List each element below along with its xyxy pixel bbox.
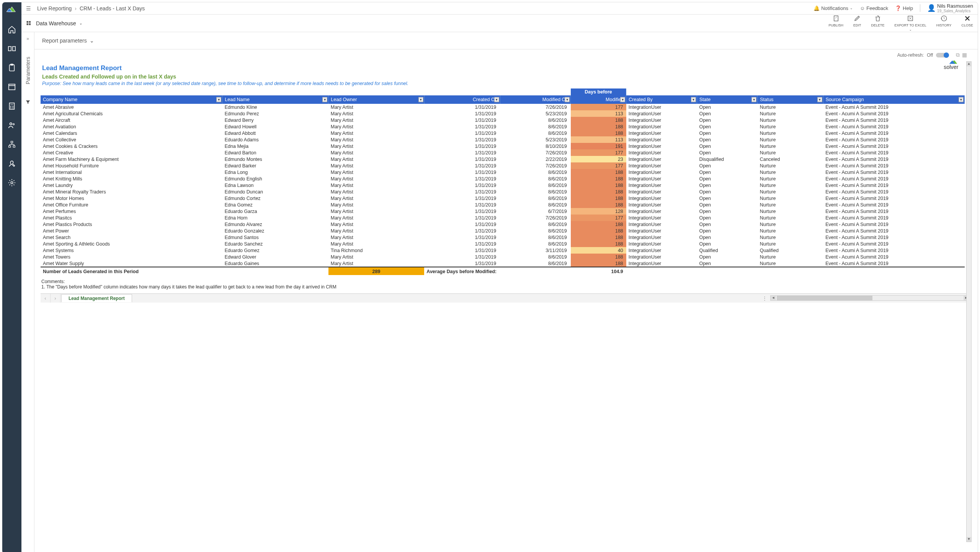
autorefresh-label: Auto-refresh: [897,52,924,58]
svg-rect-24 [834,16,838,21]
svg-rect-4 [10,65,15,71]
nav-home-icon[interactable] [6,24,18,35]
svg-point-12 [10,108,11,108]
tab-prev-icon[interactable]: ‹ [41,294,51,303]
table-row[interactable]: Amet Water SupplyEduardo GainesMary Arti… [41,260,965,267]
autorefresh-toggle[interactable] [936,53,949,57]
svg-rect-16 [11,141,13,143]
data-warehouse-selector[interactable]: Data Warehouse ⌄ [26,20,82,26]
svg-rect-3 [13,47,15,51]
svg-rect-21 [29,21,31,23]
table-row[interactable]: Amet AbrasiveEdmundo KlineMary Artist1/3… [41,104,965,110]
table-row[interactable]: Amet AircraftEdward BerryMary Artist1/31… [41,117,965,123]
summary-avg-value: 104.9 [571,267,626,275]
delete-button[interactable]: DELETE [871,15,884,31]
tab-next-icon[interactable]: › [51,294,60,303]
svg-point-13 [13,108,13,108]
table-row[interactable]: Amet Motor HomesEdmundo CortezMary Artis… [41,195,965,201]
nav-clipboard-icon[interactable] [6,62,18,74]
nav-tools-icon[interactable] [6,158,18,169]
svg-rect-22 [27,23,29,25]
publish-button[interactable]: PUBLISH [828,15,843,31]
svg-rect-17 [9,146,11,147]
history-button[interactable]: HISTORY [936,15,952,31]
table-row[interactable]: Amet CalendarsEdward AbbottMary Artist1/… [41,130,965,136]
toolbar: Data Warehouse ⌄ PUBLISH EDIT DELETE EXP… [21,15,978,32]
table-row[interactable]: Amet PerfumesEduardo GarzaMary Artist1/3… [41,208,965,215]
table-row[interactable]: Amet Sporting & Athletic GoodsEduardo Sa… [41,241,965,247]
breadcrumb-current[interactable]: CRM - Leads - Last X Days [80,5,145,11]
close-button[interactable]: CLOSE [961,15,973,31]
col-modified[interactable]: Modified On▼ [500,95,571,104]
grid-icon[interactable]: ▦ [962,52,967,58]
col-status[interactable]: Status▼ [758,95,823,104]
left-nav [2,2,21,552]
export-button[interactable]: EXPORT TO EXCEL⌄ [894,15,926,31]
svg-point-10 [10,106,11,107]
summary-avg-label: Average Days before Modified: [424,267,570,275]
svg-point-15 [13,123,15,125]
nav-tree-icon[interactable] [6,139,18,150]
expand-params-icon[interactable]: » [26,36,29,41]
table-row[interactable]: Amet LaundryEdna LawsonMary Artist1/31/2… [41,182,965,188]
params-label: Parameters [25,57,31,84]
sheet-tab[interactable]: Lead Management Report [61,294,132,302]
table-row[interactable]: Amet Household FurnitureEdward BarkerMar… [41,162,965,169]
solver-logo: solver [939,61,970,72]
report-subtitle: Leads Created and Followed up on in the … [42,74,970,80]
table-row[interactable]: Amet InternationalEdna LongMary Artist1/… [41,169,965,175]
comments-section: Comments: 1. The "Days before Modified" … [41,275,972,290]
table-row[interactable]: Amet TowersEdward GloverMary Artist1/31/… [41,254,965,260]
table-row[interactable]: Amet Plastics ProductsEdmundo AlvarezMar… [41,221,965,228]
col-lead[interactable]: Lead Name▼ [222,95,328,104]
table-row[interactable]: Amet SearchEdmund SantosMary Artist1/31/… [41,234,965,241]
popout-icon[interactable]: ⧉ [956,52,960,58]
user-menu[interactable]: 👤 Nils Rasmussen19_Sales_Analytics [927,3,973,13]
table-row[interactable]: Amet Farm Machinery & EquipmentEdmundo M… [41,156,965,162]
report-parameters-toggle[interactable]: Report parameters ⌄ [34,32,978,49]
nav-calc-icon[interactable] [6,100,18,112]
col-state[interactable]: State▼ [697,95,757,104]
col-source[interactable]: Source Campaign▼ [823,95,964,104]
svg-point-11 [13,106,13,107]
table-row[interactable]: Amet Office FurnitureEdna GomezMary Arti… [41,201,965,208]
horizontal-scrollbar[interactable]: ◄► [770,295,969,301]
nav-window-icon[interactable] [6,81,18,93]
autorefresh-state: Off [927,52,933,58]
table-row[interactable]: Amet CreativeEdward BartonMary Artist1/3… [41,149,965,156]
menu-icon[interactable]: ☰ [26,5,31,11]
svg-rect-20 [27,21,29,23]
table-row[interactable]: Amet Agricultural ChemicalsEdmundo Perez… [41,110,965,117]
table-row[interactable]: Amet PowerEduardo GonzalezMary Artist1/3… [41,228,965,234]
feedback-button[interactable]: ☺ Feedback [860,5,888,11]
table-row[interactable]: Amet CollectiveEduardo AdamsMary Artist1… [41,136,965,143]
notifications-button[interactable]: 🔔 Notifications ⌄ [813,5,853,11]
col-by[interactable]: Created By▼ [626,95,697,104]
table-row[interactable]: Amet PlasitcsEdna HornMary Artist1/31/20… [41,215,965,221]
svg-point-14 [10,123,12,125]
filter-icon[interactable] [25,100,31,106]
nav-settings-icon[interactable] [6,177,18,188]
vertical-scrollbar[interactable]: ▲▼ [966,61,972,542]
col-company[interactable]: Company Name▼ [41,95,222,104]
svg-text:solver: solver [944,64,959,70]
svg-rect-2 [8,47,11,51]
table-row[interactable]: Amet Mineral Royalty TradersEdmundo Dunc… [41,188,965,195]
help-button[interactable]: ❓ Help [895,5,913,11]
table-row[interactable]: Amet Cookies & CrackersEdna MejiaMary Ar… [41,143,965,149]
col-created[interactable]: Created On▼ [424,95,500,104]
table-row[interactable]: Amet Knitting MillsEdmundo EnglishMary A… [41,175,965,182]
svg-rect-5 [10,64,13,66]
nav-users-icon[interactable] [6,120,18,131]
table-row[interactable]: Amet SystemsEduardo GomezTina Richmond1/… [41,247,965,254]
edit-button[interactable]: EDIT [853,15,861,31]
app-logo-icon [7,5,17,13]
col-days[interactable]: Modified▼ [571,95,626,104]
breadcrumb-root[interactable]: Live Reporting [37,5,72,11]
topbar: ☰ Live Reporting › CRM - Leads - Last X … [21,2,978,15]
leads-table: Days before Company Name▼ Lead Name▼ Lea… [41,88,965,275]
table-row[interactable]: Amet AvatiationEdward HowellMary Artist1… [41,123,965,130]
nav-data-icon[interactable] [6,43,18,54]
svg-rect-23 [29,23,31,25]
col-owner[interactable]: Lead Owner▼ [328,95,425,104]
